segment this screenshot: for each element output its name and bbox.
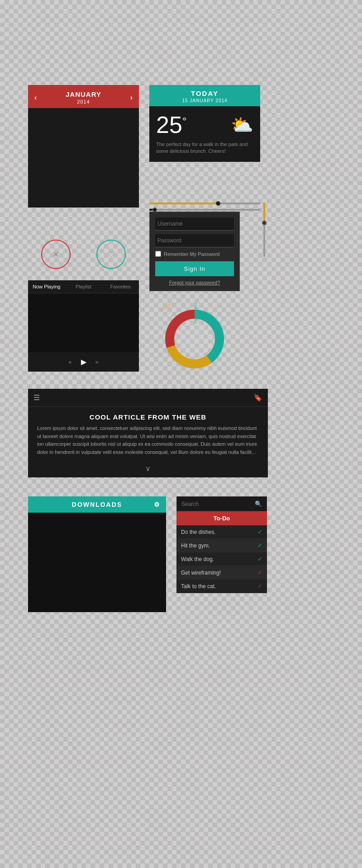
weather-widget: TODAY 15 JANUARY 2014 25° ⛅ The perfect … xyxy=(149,85,260,162)
svg-point-3 xyxy=(177,322,212,356)
article-widget: ☰ 🔖 COOL ARTICLE FROM THE WEB Lorem ipsu… xyxy=(28,389,268,477)
todo-check-2: ✓ xyxy=(257,542,262,549)
article-topbar: ☰ 🔖 xyxy=(28,389,268,407)
todo-check-4: ✓ xyxy=(257,569,262,576)
search-box: 🔍 xyxy=(176,496,267,511)
slider-horizontal-1[interactable] xyxy=(149,203,260,204)
weather-temperature: 25° xyxy=(156,113,186,137)
todo-item-2: Hit the gym. ✓ xyxy=(176,539,267,552)
article-more-button[interactable]: ∨ xyxy=(28,462,268,477)
bookmark-icon[interactable]: 🔖 xyxy=(253,393,262,402)
forgot-password-link[interactable]: Forgot your password? xyxy=(155,280,234,285)
calendar-year: 2014 xyxy=(66,99,101,104)
todo-text-2: Hit the gym. xyxy=(181,542,210,549)
todo-text-4: Get wireframing! xyxy=(181,570,221,576)
todo-check-5: ✓ xyxy=(257,583,262,590)
circle-button-red[interactable]: ✕ xyxy=(41,240,71,269)
todo-item-5: Talk to the cat. ✓ xyxy=(176,580,267,593)
downloads-widget: DOWNLOADS ⚙ xyxy=(28,496,166,612)
todo-text-5: Talk to the cat. xyxy=(181,583,216,590)
circle-icon-red: ✕ xyxy=(52,250,59,259)
music-controls: « ▶ » xyxy=(28,352,139,372)
music-body xyxy=(28,293,139,352)
calendar-header: ‹ JANUARY 2014 › xyxy=(28,85,139,108)
tab-favorites[interactable]: Favorites xyxy=(102,280,139,293)
remember-checkbox[interactable] xyxy=(155,251,161,257)
slider-vertical[interactable] xyxy=(263,203,265,257)
username-field[interactable] xyxy=(155,217,234,231)
search-icon: 🔍 xyxy=(255,500,262,507)
calendar-body xyxy=(28,108,139,208)
calendar-next-button[interactable]: › xyxy=(130,94,133,102)
hamburger-icon[interactable]: ☰ xyxy=(33,393,40,402)
tab-now-playing[interactable]: Now Playing xyxy=(28,280,65,293)
weather-date: 15 JANUARY 2014 xyxy=(149,98,260,103)
weather-description: The perfect day for a walk in the park a… xyxy=(156,141,253,155)
remember-label: Remember My Password xyxy=(164,251,219,257)
todo-list: Do the dishes. ✓ Hit the gym. ✓ Walk the… xyxy=(176,525,267,593)
music-widget: Now Playing Playlist Favorites « ▶ » xyxy=(28,280,139,372)
downloads-title: DOWNLOADS xyxy=(72,501,122,508)
todo-check-3: ✓ xyxy=(257,556,262,562)
weather-body: 25° ⛅ The perfect day for a walk in the … xyxy=(149,106,260,162)
calendar-prev-button[interactable]: ‹ xyxy=(34,94,37,102)
slider-vertical-fill xyxy=(263,203,265,222)
slider-thumb-1[interactable] xyxy=(216,201,220,206)
todo-header: To-Do xyxy=(176,511,267,525)
weather-title: TODAY xyxy=(149,90,260,97)
tab-playlist[interactable]: Playlist xyxy=(65,280,102,293)
downloads-header: DOWNLOADS ⚙ xyxy=(28,496,166,513)
todo-item-3: Walk the dog. ✓ xyxy=(176,552,267,566)
todo-check-1: ✓ xyxy=(257,528,262,535)
todo-text-1: Do the dishes. xyxy=(181,529,216,535)
password-field[interactable] xyxy=(155,234,234,247)
svg-text:AWESOMENESS: AWESOMENESS xyxy=(194,303,198,324)
calendar-widget: ‹ JANUARY 2014 › xyxy=(28,85,139,208)
search-todo-area: 🔍 To-Do Do the dishes. ✓ Hit the gym. ✓ … xyxy=(176,496,267,593)
donut-svg: ILLUSTRATOR AWESOMENESS PHOTOSHOP xyxy=(158,303,231,375)
todo-item-1: Do the dishes. ✓ xyxy=(176,525,267,539)
donut-chart: ILLUSTRATOR AWESOMENESS PHOTOSHOP xyxy=(149,298,240,380)
circles-area: ✕ ♡ xyxy=(28,240,139,269)
search-input[interactable] xyxy=(181,501,255,507)
article-title: COOL ARTICLE FROM THE WEB xyxy=(28,407,268,425)
sign-in-button[interactable]: Sign In xyxy=(155,261,234,276)
play-button[interactable]: ▶ xyxy=(81,358,86,366)
downloads-gear-icon[interactable]: ⚙ xyxy=(154,501,161,508)
calendar-month: JANUARY xyxy=(66,90,101,98)
downloads-body xyxy=(28,513,166,612)
weather-header: TODAY 15 JANUARY 2014 xyxy=(149,85,260,106)
next-button[interactable]: » xyxy=(95,359,99,365)
slider-fill-1 xyxy=(149,203,218,204)
login-widget: Remember My Password Sign In Forgot your… xyxy=(149,212,240,291)
slider-vertical-thumb[interactable] xyxy=(262,221,267,225)
remember-password-row: Remember My Password xyxy=(155,251,234,257)
article-body: Lorem ipsum dolor sit amet, consectetuer… xyxy=(28,425,268,462)
slider-horizontal-2[interactable] xyxy=(149,209,260,211)
svg-text:ILLUSTRATOR: ILLUSTRATOR xyxy=(160,303,187,312)
circle-button-teal[interactable]: ♡ xyxy=(96,240,126,269)
prev-button[interactable]: « xyxy=(68,359,71,365)
todo-item-4: Get wireframing! ✓ xyxy=(176,566,267,580)
todo-text-3: Walk the dog. xyxy=(181,556,214,562)
music-tabs: Now Playing Playlist Favorites xyxy=(28,280,139,293)
weather-icon: ⛅ xyxy=(231,114,253,136)
circle-icon-teal: ♡ xyxy=(108,250,115,259)
